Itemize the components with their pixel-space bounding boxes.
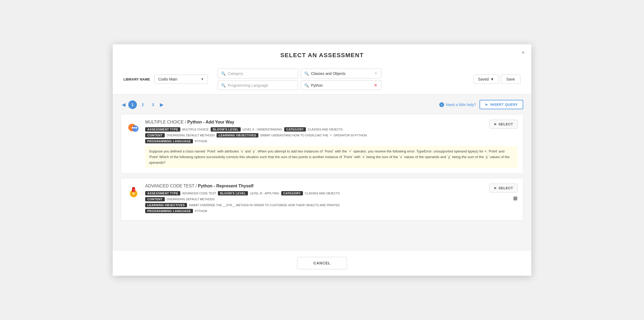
content-area: ◀ 1 2 3 ▶ i Need a little help? ➤ [113,94,531,250]
category-search-box[interactable]: 🔍 Category [218,68,298,78]
title-bold-1: Python - Add Your Way [187,120,234,124]
lang-value: Python [311,83,371,88]
category-placeholder: Category [228,71,295,76]
card-actions-1: ➤ SELECT [489,120,518,129]
saved-button[interactable]: Saved ▼ [474,75,499,84]
tag-val-category-2: CLASSES AND OBJECTS [304,191,340,195]
pagination-bar: ◀ 1 2 3 ▶ i Need a little help? ➤ [121,100,523,109]
search-icon-category: 🔍 [221,71,226,76]
select-button-1[interactable]: ➤ SELECT [489,120,518,129]
tags-row-1c: PROGRAMMING LANGUAGE PYTHON [145,139,518,143]
card-actions-2: ➤ SELECT ▦ [489,184,518,201]
tag-val-learning-obj-1: SWBAT UNDERSTAND HOW TO OVERLOAD THE `+`… [260,133,367,137]
topic-search-box[interactable]: 🔍 Classes and Objects + [301,68,381,78]
pagination-left: ◀ 1 2 3 ▶ [121,100,165,109]
topic-add-button[interactable]: + [374,71,378,76]
save-button[interactable]: Save [501,75,521,84]
page-3-button[interactable]: 3 [149,100,157,109]
tag-val-assessment-type-2: ADVANCED CODE TEST [182,191,217,195]
svg-rect-9 [132,188,133,192]
saved-label: Saved [478,77,489,81]
prev-page-button[interactable]: ◀ [121,101,127,108]
lang-clear-button[interactable]: ✕ [373,83,378,88]
modal-footer: CANCEL [113,250,531,276]
modal-header: SELECT AN ASSESSMENT × [113,44,531,64]
tag-prog-lang-1: PROGRAMMING LANGUAGE [145,139,193,143]
svg-rect-10 [133,187,135,188]
search-row-1: 🔍 Category 🔍 Classes and Objects + [218,68,469,78]
tag-val-content-2: OVERRIDING DEFAULT METHODS [166,197,215,201]
info-icon: i [439,102,444,107]
cancel-button[interactable]: CANCEL [297,257,347,269]
tag-val-content-1: OVERRIDING DEFAULT METHODS [166,133,215,137]
card-content-1: MULTIPLE CHOICE / Python - Add Your Way … [145,120,518,168]
modal-title: SELECT AN ASSESSMENT [118,52,526,59]
select-label-1: SELECT [499,122,513,126]
controls-bar: LIBRARY NAME Codio Main ▼ 🔍 Category 🔍 C… [113,64,531,94]
tag-content-2: CONTENT [145,197,165,201]
clear-icon: ✕ [374,83,377,88]
tag-val-prog-lang-2: PYTHON [194,209,208,213]
card-icon-1 [126,121,141,135]
tags-row-2a: ASSESSMENT TYPE ADVANCED CODE TEST BLOOM… [145,191,518,195]
svg-point-4 [136,127,137,129]
search-icon-topic: 🔍 [304,71,309,76]
assessment-card-1: MULTIPLE CHOICE / Python - Add Your Way … [121,114,523,174]
medal-icon [127,186,140,198]
select-icon-1: ➤ [494,122,497,126]
search-filters: 🔍 Category 🔍 Classes and Objects + 🔍 Pro… [218,68,469,90]
insert-query-button[interactable]: ➤ INSERT QUERY [480,100,523,109]
tag-val-assessment-type-1: MULTIPLE CHOICE [182,127,209,132]
help-label: Need a little help? [446,103,476,107]
topic-value: Classes and Objects [311,71,372,76]
svg-point-2 [132,127,133,129]
tag-learning-obj-2: LEARNING OBJECTIVES [145,203,187,207]
tag-category-1: CATEGORY [284,127,306,132]
select-label-2: SELECT [499,186,513,190]
help-link[interactable]: i Need a little help? [439,102,476,107]
tag-category-2: CATEGORY [281,191,303,195]
card-content-2: ADVANCED CODE TEST / Python - Represent … [145,184,518,215]
pagination-right: i Need a little help? ➤ INSERT QUERY [439,100,523,109]
lang-value-search-box[interactable]: 🔍 Python ✕ [301,81,381,90]
language-placeholder: Programming Language [228,83,295,88]
saved-arrow-icon: ▼ [490,77,494,81]
card-description-1: Suppose you defined a class named `Point… [145,146,518,168]
search-icon-lang: 🔍 [221,83,226,88]
tag-assessment-type-2: ASSESSMENT TYPE [145,191,180,195]
card-title-2: ADVANCED CODE TEST / Python - Represent … [145,184,518,188]
select-icon-2: ➤ [494,186,497,190]
type-prefix-1: MULTIPLE CHOICE / [145,120,187,124]
tags-row-1b: CONTENT OVERRIDING DEFAULT METHODS LEARN… [145,133,518,137]
library-selected-value: Codio Main [158,77,198,81]
tag-content-1: CONTENT [145,133,165,137]
tag-learning-obj-1: LEARNING OBJECTIVES [217,133,258,137]
close-button[interactable]: × [521,50,525,56]
next-page-button[interactable]: ▶ [159,101,165,108]
assessment-card-2: ADVANCED CODE TEST / Python - Represent … [121,178,523,220]
tag-blooms-2: BLOOM'S LEVEL [218,191,248,195]
select-button-2[interactable]: ➤ SELECT [489,184,518,192]
library-dropdown[interactable]: Codio Main ▼ [154,75,208,84]
tags-row-2d: PROGRAMMING LANGUAGE PYTHON [145,209,518,213]
save-area: Saved ▼ Save [474,75,521,84]
tag-val-blooms-2: LEVEL III - APPLYING [249,191,280,195]
tags-row-2c: LEARNING OBJECTIVES SWBAT OVERRIDE THE _… [145,203,518,207]
tag-val-blooms-1: LEVEL II - UNDERSTANDING [242,127,283,132]
search-row-2: 🔍 Programming Language 🔍 Python ✕ [218,81,469,90]
plus-icon: + [374,71,377,76]
language-search-box[interactable]: 🔍 Programming Language [218,81,298,90]
tags-row-2b: CONTENT OVERRIDING DEFAULT METHODS [145,197,518,201]
library-name-label: LIBRARY NAME [123,77,150,81]
title-bold-2: Python - Represent Thyself [198,184,253,188]
tag-val-category-1: CLASSES AND OBJECTS [307,127,343,132]
dropdown-arrow-icon: ▼ [201,77,204,81]
preview-button-2[interactable]: ▦ [513,195,518,201]
page-2-button[interactable]: 2 [138,100,147,109]
chat-bubbles-icon [127,122,140,134]
svg-point-3 [134,127,135,129]
tag-assessment-type-1: ASSESSMENT TYPE [145,127,180,132]
page-1-button[interactable]: 1 [128,100,137,109]
insert-query-label: INSERT QUERY [490,103,518,107]
modal: SELECT AN ASSESSMENT × LIBRARY NAME Codi… [113,44,531,276]
